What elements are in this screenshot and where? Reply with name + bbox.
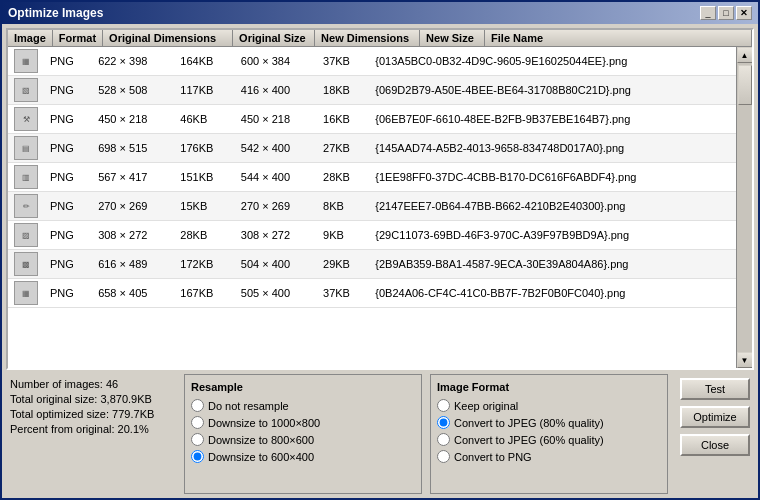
new-size-cell: 8KB [317, 192, 369, 221]
resample-option-1: Downsize to 1000×800 [191, 416, 415, 429]
orig-size-cell: 46KB [174, 105, 234, 134]
filename-cell: {013A5BC0-0B32-4D9C-9605-9E16025044EE}.p… [369, 47, 736, 76]
image-icon-cell: ▧ [8, 76, 44, 105]
num-images-row: Number of images: 46 [10, 378, 172, 390]
format-radio-3[interactable] [437, 450, 450, 463]
new-dim-cell: 504 × 400 [235, 250, 317, 279]
filename-cell: {1EE98FF0-37DC-4CBB-B170-DC616F6ABDF4}.p… [369, 163, 736, 192]
table-body-scroll[interactable]: ▦PNG622 × 398164KB600 × 38437KB{013A5BC0… [8, 47, 736, 368]
orig-size-cell: 117KB [174, 76, 234, 105]
table-row: ▧PNG528 × 508117KB416 × 40018KB{069D2B79… [8, 76, 736, 105]
col-new-dim[interactable]: New Dimensions [315, 30, 420, 47]
percent-value: 20.1% [118, 423, 149, 435]
scroll-down-button[interactable]: ▼ [737, 352, 753, 368]
new-dim-cell: 270 × 269 [235, 192, 317, 221]
format-radio-1[interactable] [437, 416, 450, 429]
new-size-cell: 9KB [317, 221, 369, 250]
format-label-0: Keep original [454, 400, 518, 412]
format-cell: PNG [44, 163, 92, 192]
format-cell: PNG [44, 134, 92, 163]
minimize-button[interactable]: _ [700, 6, 716, 20]
resample-radio-2[interactable] [191, 433, 204, 446]
format-cell: PNG [44, 47, 92, 76]
new-dim-cell: 505 × 400 [235, 279, 317, 308]
col-new-size[interactable]: New Size [420, 30, 485, 47]
table-row: ▨PNG308 × 27228KB308 × 2729KB{29C11073-6… [8, 221, 736, 250]
orig-size-cell: 176KB [174, 134, 234, 163]
thumbnail-icon: ▩ [14, 252, 38, 276]
filename-cell: {2B9AB359-B8A1-4587-9ECA-30E39A804A86}.p… [369, 250, 736, 279]
format-cell: PNG [44, 250, 92, 279]
new-size-cell: 37KB [317, 47, 369, 76]
table-row: ▤PNG698 × 515176KB542 × 40027KB{145AAD74… [8, 134, 736, 163]
percent-label: Percent from original: [10, 423, 115, 435]
new-dim-cell: 542 × 400 [235, 134, 317, 163]
col-orig-size[interactable]: Original Size [233, 30, 315, 47]
format-cell: PNG [44, 279, 92, 308]
bottom-panel: Number of images: 46 Total original size… [6, 374, 754, 494]
orig-dim-cell: 528 × 508 [92, 76, 174, 105]
new-dim-cell: 544 × 400 [235, 163, 317, 192]
resample-label-1: Downsize to 1000×800 [208, 417, 320, 429]
close-window-button[interactable]: ✕ [736, 6, 752, 20]
total-opt-value: 779.7KB [112, 408, 154, 420]
format-radio-0[interactable] [437, 399, 450, 412]
col-orig-dim[interactable]: Original Dimensions [103, 30, 233, 47]
resample-option-2: Downsize to 800×600 [191, 433, 415, 446]
format-cell: PNG [44, 221, 92, 250]
resample-label-2: Downsize to 800×600 [208, 434, 314, 446]
format-label-3: Convert to PNG [454, 451, 532, 463]
format-cell: PNG [44, 192, 92, 221]
num-images-value: 46 [106, 378, 118, 390]
table-row: ▥PNG567 × 417151KB544 × 40028KB{1EE98FF0… [8, 163, 736, 192]
new-size-cell: 18KB [317, 76, 369, 105]
table-scroll-area: ▦PNG622 × 398164KB600 × 38437KB{013A5BC0… [8, 47, 752, 368]
orig-dim-cell: 622 × 398 [92, 47, 174, 76]
resample-radio-1[interactable] [191, 416, 204, 429]
col-image[interactable]: Image [8, 30, 52, 47]
format-label-2: Convert to JPEG (60% quality) [454, 434, 604, 446]
col-format[interactable]: Format [52, 30, 102, 47]
resample-radio-3[interactable] [191, 450, 204, 463]
buttons-panel: Test Optimize Close [676, 374, 754, 494]
filename-cell: {0B24A06-CF4C-41C0-BB7F-7B2F0B0FC040}.pn… [369, 279, 736, 308]
test-button[interactable]: Test [680, 378, 750, 400]
table-scrollbar: ▲ ▼ [736, 47, 752, 368]
resample-radio-0[interactable] [191, 399, 204, 412]
filename-cell: {06EB7E0F-6610-48EE-B2FB-9B37EBE164B7}.p… [369, 105, 736, 134]
thumbnail-icon: ▧ [14, 78, 38, 102]
total-orig-row: Total original size: 3,870.9KB [10, 393, 172, 405]
orig-size-cell: 172KB [174, 250, 234, 279]
percent-row: Percent from original: 20.1% [10, 423, 172, 435]
maximize-button[interactable]: □ [718, 6, 734, 20]
main-window: Optimize Images _ □ ✕ Image Format Origi… [0, 0, 760, 500]
image-icon-cell: ▨ [8, 221, 44, 250]
format-radio-2[interactable] [437, 433, 450, 446]
image-icon-cell: ▩ [8, 250, 44, 279]
thumbnail-icon: ▦ [14, 281, 38, 305]
image-icon-cell: ▥ [8, 163, 44, 192]
new-dim-cell: 600 × 384 [235, 47, 317, 76]
image-icon-cell: ▦ [8, 279, 44, 308]
scroll-up-button[interactable]: ▲ [737, 47, 753, 63]
resample-option-3: Downsize to 600×400 [191, 450, 415, 463]
new-dim-cell: 416 × 400 [235, 76, 317, 105]
format-option-2: Convert to JPEG (60% quality) [437, 433, 661, 446]
resample-label-0: Do not resample [208, 400, 289, 412]
optimize-button[interactable]: Optimize [680, 406, 750, 428]
scroll-thumb[interactable] [738, 65, 752, 105]
orig-dim-cell: 567 × 417 [92, 163, 174, 192]
image-icon-cell: ▦ [8, 47, 44, 76]
resample-label-3: Downsize to 600×400 [208, 451, 314, 463]
orig-dim-cell: 450 × 218 [92, 105, 174, 134]
filename-cell: {29C11073-69BD-46F3-970C-A39F97B9BD9A}.p… [369, 221, 736, 250]
close-button[interactable]: Close [680, 434, 750, 456]
resample-title: Resample [191, 381, 415, 393]
orig-dim-cell: 698 × 515 [92, 134, 174, 163]
col-filename[interactable]: File Name [485, 30, 752, 47]
new-size-cell: 27KB [317, 134, 369, 163]
orig-size-cell: 151KB [174, 163, 234, 192]
image-icon-cell: ✏ [8, 192, 44, 221]
orig-size-cell: 167KB [174, 279, 234, 308]
format-cell: PNG [44, 76, 92, 105]
